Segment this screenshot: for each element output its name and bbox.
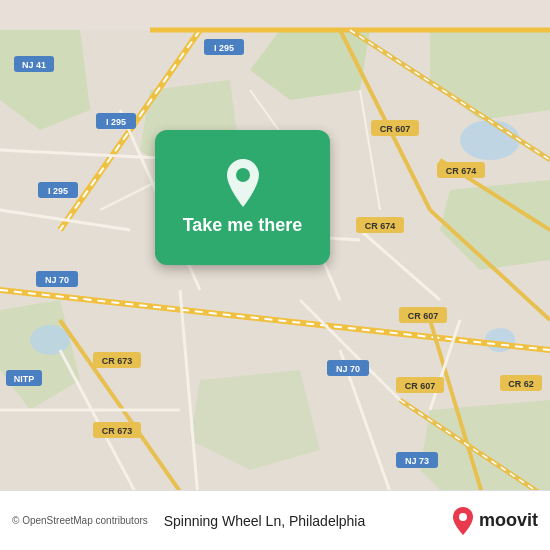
- svg-text:NJ 73: NJ 73: [405, 456, 429, 466]
- svg-text:NJ 70: NJ 70: [336, 364, 360, 374]
- bottom-bar: © OpenStreetMap contributors Spinning Wh…: [0, 490, 550, 550]
- svg-point-73: [236, 168, 250, 182]
- svg-text:I 295: I 295: [106, 117, 126, 127]
- location-pin-icon: [223, 159, 263, 207]
- svg-point-74: [459, 513, 467, 521]
- svg-text:CR 673: CR 673: [102, 356, 133, 366]
- svg-text:CR 607: CR 607: [408, 311, 439, 321]
- location-label: Spinning Wheel Ln, Philadelphia: [156, 513, 451, 529]
- svg-text:I 295: I 295: [48, 186, 68, 196]
- svg-point-9: [460, 120, 520, 160]
- svg-text:CR 673: CR 673: [102, 426, 133, 436]
- moovit-pin-icon: [451, 507, 475, 535]
- svg-text:CR 62: CR 62: [508, 379, 534, 389]
- moovit-brand-label: moovit: [479, 510, 538, 531]
- svg-point-10: [30, 325, 70, 355]
- svg-text:CR 674: CR 674: [446, 166, 477, 176]
- svg-text:NJ 70: NJ 70: [45, 275, 69, 285]
- svg-text:CR 607: CR 607: [380, 124, 411, 134]
- action-card[interactable]: Take me there: [155, 130, 330, 265]
- svg-text:I 295: I 295: [214, 43, 234, 53]
- svg-text:CR 674: CR 674: [365, 221, 396, 231]
- map-container: I 295 I 295 I 295 CR 607 CR 607 CR 607 C…: [0, 0, 550, 550]
- svg-text:NJ 41: NJ 41: [22, 60, 46, 70]
- svg-text:CR 607: CR 607: [405, 381, 436, 391]
- moovit-logo: moovit: [451, 507, 538, 535]
- take-me-there-button[interactable]: Take me there: [183, 215, 303, 237]
- osm-credit: © OpenStreetMap contributors: [12, 515, 156, 526]
- map-roads: I 295 I 295 I 295 CR 607 CR 607 CR 607 C…: [0, 0, 550, 550]
- svg-text:NITP: NITP: [14, 374, 35, 384]
